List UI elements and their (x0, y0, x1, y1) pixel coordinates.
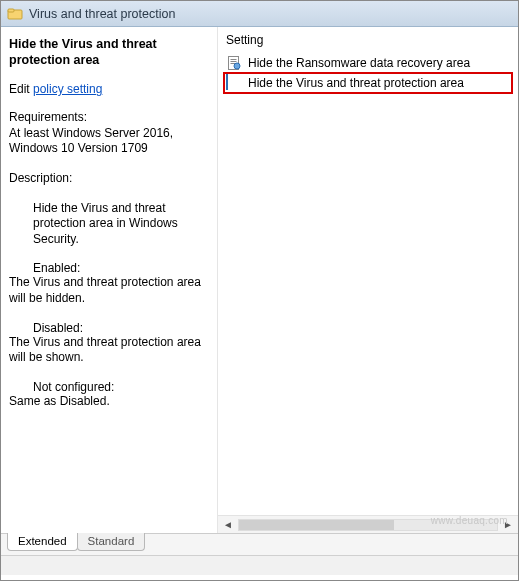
enabled-label: Enabled: (33, 261, 209, 275)
settings-list: Hide the Ransomware data recovery area H… (218, 51, 518, 515)
enabled-body: The Virus and threat protection area wil… (9, 275, 209, 306)
policy-icon (226, 75, 242, 91)
tab-standard[interactable]: Standard (77, 533, 146, 551)
disabled-label: Disabled: (33, 321, 209, 335)
list-item-label: Hide the Virus and threat protection are… (248, 76, 464, 90)
notconfigured-body: Same as Disabled. (9, 394, 209, 410)
watermark-text: www.deuaq.com (431, 515, 508, 526)
setting-column-header[interactable]: Setting (218, 27, 518, 51)
policy-icon (226, 55, 242, 71)
settings-pane: Setting Hide the Ransomware data recover… (218, 27, 518, 533)
requirements-label: Requirements: (9, 110, 209, 126)
requirements-line1: At least Windows Server 2016, (9, 126, 209, 142)
view-tabs: Extended Standard (1, 533, 518, 555)
requirements-line2: Windows 10 Version 1709 (9, 141, 209, 157)
list-item[interactable]: Hide the Virus and threat protection are… (224, 73, 512, 93)
svg-rect-1 (8, 9, 14, 12)
description-pane: Hide the Virus and threat protection are… (1, 27, 218, 533)
status-bar (1, 555, 518, 575)
folder-icon (7, 6, 23, 22)
edit-policy-row: Edit policy setting (9, 82, 209, 96)
tab-extended[interactable]: Extended (7, 533, 78, 551)
notconfigured-label: Not configured: (33, 380, 209, 394)
requirements-block: Requirements: At least Windows Server 20… (9, 110, 209, 157)
edit-prefix: Edit (9, 82, 33, 96)
selected-setting-heading: Hide the Virus and threat protection are… (9, 37, 209, 68)
content-area: Hide the Virus and threat protection are… (1, 27, 518, 533)
list-item[interactable]: Hide the Ransomware data recovery area (224, 53, 512, 73)
scroll-thumb[interactable] (239, 520, 394, 530)
description-body: Hide the Virus and threat protection are… (33, 201, 209, 248)
window-title: Virus and threat protection (29, 7, 175, 21)
disabled-body: The Virus and threat protection area wil… (9, 335, 209, 366)
title-bar: Virus and threat protection (1, 1, 518, 27)
description-label: Description: (9, 171, 209, 187)
list-item-label: Hide the Ransomware data recovery area (248, 56, 470, 70)
scroll-left-arrow-icon[interactable]: ◄ (220, 518, 236, 532)
svg-point-6 (234, 63, 240, 69)
policy-setting-link[interactable]: policy setting (33, 82, 102, 96)
